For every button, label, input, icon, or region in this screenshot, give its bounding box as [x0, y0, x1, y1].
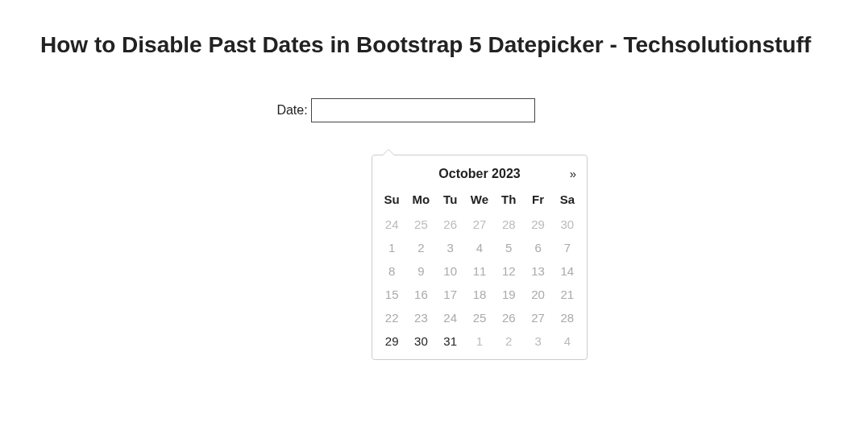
- datepicker-month-title[interactable]: October 2023: [438, 167, 520, 181]
- datepicker-header: October 2023 »: [377, 162, 582, 189]
- calendar-day: 28: [553, 306, 582, 329]
- calendar-day: 23: [406, 306, 435, 329]
- calendar-day: 7: [553, 236, 582, 259]
- calendar-day: 26: [494, 306, 523, 329]
- calendar-day: 16: [406, 283, 435, 306]
- page-title: How to Disable Past Dates in Bootstrap 5…: [40, 32, 828, 58]
- calendar-day: 10: [436, 259, 465, 283]
- calendar-day: 4: [465, 236, 494, 259]
- calendar-day[interactable]: 30: [406, 329, 435, 353]
- calendar-day[interactable]: 29: [377, 329, 406, 353]
- calendar-day: 8: [377, 259, 406, 283]
- calendar-day: 3: [523, 329, 552, 353]
- calendar-day: 22: [377, 306, 406, 329]
- calendar-day: 17: [436, 283, 465, 306]
- calendar-week-row: 22232425262728: [377, 306, 582, 329]
- dow-header: Sa: [553, 189, 582, 213]
- calendar-week-row: 2930311234: [377, 329, 582, 353]
- calendar-day: 12: [494, 259, 523, 283]
- calendar-day: 18: [465, 283, 494, 306]
- calendar-day: 9: [406, 259, 435, 283]
- calendar-day: 24: [377, 213, 406, 236]
- calendar-day: 11: [465, 259, 494, 283]
- calendar-day: 28: [494, 213, 523, 236]
- calendar-day: 25: [465, 306, 494, 329]
- calendar-day: 13: [523, 259, 552, 283]
- calendar-day: 1: [377, 236, 406, 259]
- calendar-day: 26: [436, 213, 465, 236]
- datepicker-grid: SuMoTuWeThFrSa 2425262728293012345678910…: [377, 189, 582, 353]
- calendar-week-row: 891011121314: [377, 259, 582, 283]
- calendar-day: 6: [523, 236, 552, 259]
- calendar-day: 25: [406, 213, 435, 236]
- calendar-day: 1: [465, 329, 494, 353]
- date-form-row: Date:: [0, 98, 828, 122]
- calendar-day: 27: [465, 213, 494, 236]
- calendar-day: 24: [436, 306, 465, 329]
- calendar-day: 5: [494, 236, 523, 259]
- calendar-day: 21: [553, 283, 582, 306]
- calendar-day: 2: [406, 236, 435, 259]
- next-month-icon[interactable]: »: [570, 167, 574, 180]
- dow-header: Mo: [406, 189, 435, 213]
- calendar-week-row: 15161718192021: [377, 283, 582, 306]
- calendar-day: 15: [377, 283, 406, 306]
- dow-header: Su: [377, 189, 406, 213]
- calendar-day: 4: [553, 329, 582, 353]
- dow-header: Th: [494, 189, 523, 213]
- calendar-day: 2: [494, 329, 523, 353]
- dow-header: Fr: [523, 189, 552, 213]
- calendar-day: 14: [553, 259, 582, 283]
- calendar-day: 20: [523, 283, 552, 306]
- calendar-day[interactable]: 31: [436, 329, 465, 353]
- date-input[interactable]: [311, 98, 535, 122]
- date-label: Date:: [276, 103, 307, 118]
- dow-header: We: [465, 189, 494, 213]
- calendar-day: 29: [523, 213, 552, 236]
- calendar-day: 19: [494, 283, 523, 306]
- dow-header: Tu: [436, 189, 465, 213]
- calendar-day: 3: [436, 236, 465, 259]
- calendar-week-row: 1234567: [377, 236, 582, 259]
- calendar-week-row: 24252627282930: [377, 213, 582, 236]
- calendar-day: 30: [553, 213, 582, 236]
- calendar-day: 27: [523, 306, 552, 329]
- datepicker-popup: October 2023 » SuMoTuWeThFrSa 2425262728…: [372, 155, 588, 360]
